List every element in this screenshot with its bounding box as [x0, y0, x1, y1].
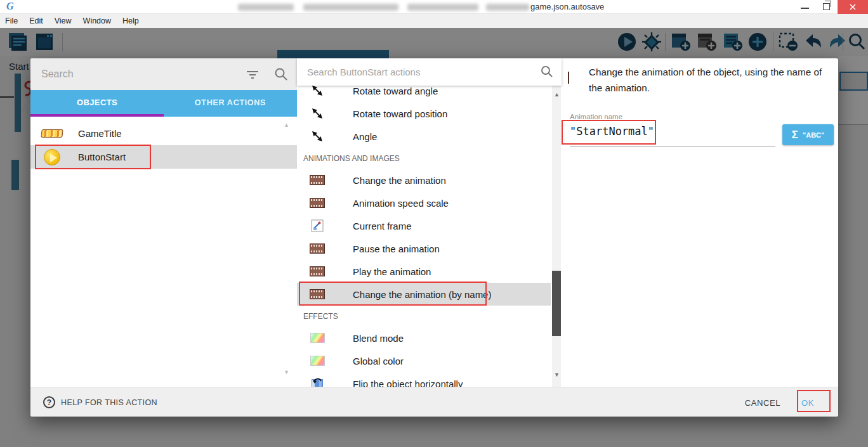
objects-tabbar: OBJECTS OTHER ACTIONS	[30, 90, 297, 117]
redacted-path-blur	[238, 4, 294, 11]
title-bar: G game.json.autosave	[0, 0, 868, 14]
search-icon[interactable]	[540, 65, 554, 79]
action-label: Angle	[353, 131, 377, 142]
section-header: ANIMATIONS AND IMAGES	[303, 148, 544, 169]
color-gradient-icon	[309, 333, 326, 343]
object-row-gametitle[interactable]: GameTitle	[30, 122, 297, 145]
help-label: HELP FOR THIS ACTION	[61, 398, 157, 407]
menu-bar: File Edit View Window Help	[0, 14, 868, 28]
actions-search-bar	[297, 58, 562, 86]
menu-edit[interactable]: Edit	[23, 16, 49, 25]
help-for-action-button[interactable]: ? HELP FOR THIS ACTION	[43, 396, 157, 408]
action-label: Blend mode	[353, 333, 404, 344]
redacted-path-blur	[303, 4, 398, 11]
action-detail-panel: Change the animation of the object, usin…	[562, 58, 838, 387]
gametitle-thumbnail-icon	[39, 129, 65, 138]
objects-panel: OBJECTS OTHER ACTIONS GameTitle ButtonSt…	[30, 58, 297, 417]
film-strip-icon	[568, 72, 569, 84]
action-label: Current frame	[353, 221, 412, 231]
action-label: Global color	[353, 356, 404, 366]
actions-list: Rotate toward angle Rotate toward positi…	[297, 58, 562, 387]
menu-file[interactable]: File	[0, 16, 23, 25]
minimize-button[interactable]	[801, 8, 809, 9]
rotate-arrow-icon	[309, 84, 326, 97]
action-label: Play the animation	[353, 266, 431, 277]
action-description: Change the animation of the object, usin…	[589, 65, 831, 96]
action-row[interactable]: Pause the animation	[297, 237, 551, 260]
action-label: Rotate toward angle	[353, 86, 438, 96]
film-strip-icon	[309, 243, 326, 254]
field-underline	[570, 146, 775, 147]
scroll-down-icon[interactable]: ▼	[284, 369, 289, 375]
rotate-arrow-icon	[309, 130, 326, 143]
objects-list: GameTitle ButtonStart	[30, 117, 297, 387]
help-icon: ?	[43, 396, 55, 408]
rotate-arrow-icon	[309, 107, 326, 120]
gdevelop-logo-icon: G	[6, 1, 14, 12]
animation-name-label: Animation name	[570, 113, 622, 120]
menu-window[interactable]: Window	[77, 16, 117, 25]
action-label: Rotate toward position	[353, 108, 447, 119]
action-label: Animation speed scale	[353, 198, 449, 209]
action-row[interactable]: Play the animation	[297, 260, 551, 283]
film-strip-icon	[309, 175, 326, 185]
buttonstart-thumbnail-icon	[39, 149, 65, 165]
action-row[interactable]: Animation speed scale	[297, 191, 551, 214]
action-row[interactable]: Change the animation	[297, 169, 551, 191]
close-button[interactable]	[838, 0, 868, 14]
tab-other-actions[interactable]: OTHER ACTIONS	[164, 90, 297, 114]
tab-objects[interactable]: OBJECTS	[30, 90, 164, 114]
menu-view[interactable]: View	[49, 16, 77, 25]
scrollbar-thumb[interactable]	[552, 271, 561, 336]
filter-icon[interactable]	[245, 67, 260, 82]
animation-name-value[interactable]: "StartNormal"	[570, 125, 654, 138]
action-label: Change the animation (by name)	[353, 289, 491, 300]
object-label: ButtonStart	[78, 152, 126, 162]
flip-horizontal-icon	[309, 377, 326, 387]
film-strip-icon	[309, 198, 326, 208]
dialog-footer: ? HELP FOR THIS ACTION CANCEL OK	[30, 387, 838, 417]
current-frame-icon	[309, 219, 326, 232]
ok-button[interactable]: OK	[795, 396, 820, 410]
action-label: Pause the animation	[353, 243, 440, 254]
scrollbar-track[interactable]	[552, 86, 561, 387]
redacted-path-blur	[486, 4, 529, 11]
film-strip-icon	[309, 266, 326, 276]
action-label: Flip the object horizontally	[353, 379, 463, 387]
action-row[interactable]: Rotate toward position	[297, 102, 551, 125]
action-row[interactable]: Blend mode	[297, 327, 551, 349]
sigma-icon: Σ	[792, 129, 798, 141]
object-label: GameTitle	[78, 128, 122, 139]
objects-search-bar	[30, 58, 297, 90]
film-strip-icon	[309, 289, 326, 299]
redacted-path-blur	[407, 4, 478, 11]
expression-editor-button[interactable]: Σ "ABC"	[782, 124, 834, 145]
action-row[interactable]: Global color	[297, 349, 551, 372]
expression-button-label: "ABC"	[803, 131, 824, 139]
instruction-editor-dialog: OBJECTS OTHER ACTIONS GameTitle ButtonSt…	[30, 58, 838, 417]
scroll-up-icon[interactable]: ▲	[554, 91, 560, 98]
objects-search-input[interactable]	[41, 58, 238, 90]
restore-button[interactable]	[823, 3, 830, 10]
actions-panel: Rotate toward angle Rotate toward positi…	[297, 58, 562, 417]
close-icon	[850, 4, 856, 10]
window-title: game.json.autosave	[530, 2, 604, 11]
actions-search-input[interactable]	[307, 58, 523, 86]
action-row[interactable]: Current frame	[297, 214, 551, 237]
action-row[interactable]: Flip the object horizontally	[297, 372, 551, 387]
action-label: Change the animation	[353, 175, 446, 186]
color-gradient-icon	[309, 356, 326, 366]
scroll-down-icon[interactable]: ▼	[554, 372, 560, 378]
search-icon[interactable]	[273, 67, 289, 82]
object-row-buttonstart[interactable]: ButtonStart	[30, 145, 297, 169]
scroll-up-icon[interactable]: ▲	[284, 122, 289, 128]
cancel-button[interactable]: CANCEL	[741, 396, 784, 410]
section-header: EFFECTS	[303, 306, 544, 327]
action-row[interactable]: Angle	[297, 125, 551, 148]
action-row-change-animation-by-name[interactable]: Change the animation (by name)	[297, 283, 551, 306]
menu-help[interactable]: Help	[117, 16, 145, 25]
